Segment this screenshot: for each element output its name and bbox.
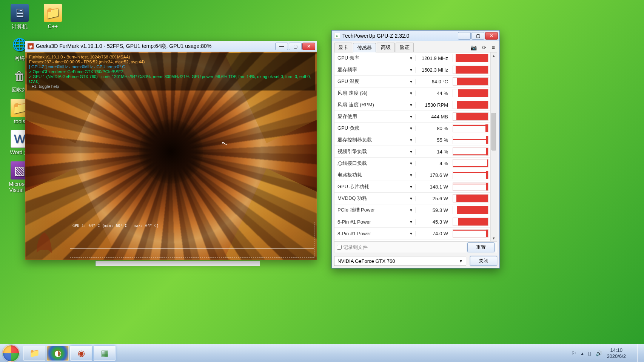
sensor-name[interactable]: GPU 负载▼ [334, 125, 415, 132]
tray-battery-icon[interactable]: ▯ [588, 350, 591, 356]
sensor-row: GPU 芯片功耗▼148.1 W [334, 181, 490, 193]
gpu-select-dropdown[interactable]: NVIDIA GeForce GTX 760 ▼ [334, 256, 466, 266]
log-to-file-checkbox[interactable] [337, 245, 342, 250]
sensor-name[interactable]: 风扇 速度 (%)▼ [334, 90, 415, 97]
maximize-button[interactable]: ▢ [289, 43, 302, 50]
gpuz-title: TechPowerUp GPU-Z 2.32.0 [342, 33, 458, 39]
sensor-name[interactable]: 显存频率▼ [334, 66, 415, 73]
chevron-down-icon[interactable]: ▼ [409, 138, 413, 142]
chevron-down-icon[interactable]: ▼ [409, 56, 413, 60]
taskbar-item-gpuz[interactable]: ▦ [94, 346, 116, 361]
scroll-thumb[interactable] [491, 113, 496, 150]
start-button[interactable] [2, 345, 20, 362]
sensor-row: 6-Pin #1 Power▼45.3 W [334, 216, 490, 228]
scrollbar[interactable]: ▲ ▼ [490, 52, 497, 241]
scroll-up-icon[interactable]: ▲ [491, 52, 497, 59]
chevron-down-icon[interactable]: ▼ [409, 126, 413, 130]
tab-advanced[interactable]: 高级 [377, 43, 395, 52]
tray-expand-icon[interactable]: ▴ [581, 350, 584, 356]
sensor-value: 1530 RPM [415, 102, 451, 108]
gpuz-window: G TechPowerUp GPU-Z 2.32.0 — ▢ ✕ 显卡 传感器 … [331, 30, 500, 268]
chevron-down-icon[interactable]: ▼ [409, 115, 413, 119]
close-app-button[interactable]: 关闭 [470, 256, 497, 266]
sensor-name[interactable]: GPU 芯片功耗▼ [334, 183, 415, 190]
chevron-down-icon[interactable]: ▼ [409, 173, 413, 177]
sensor-name[interactable]: 视频引擎负载▼ [334, 148, 415, 155]
sensor-name[interactable]: GPU 温度▼ [334, 78, 415, 85]
taskbar-item-explorer[interactable]: 📁 [23, 346, 45, 361]
reset-button[interactable]: 重置 [467, 242, 495, 252]
system-tray: ⚐ ▴ ▯ 🔊 14:10 2020/6/2 [572, 344, 642, 362]
sensor-row: 视频引擎负载▼14 % [334, 146, 490, 158]
scroll-down-icon[interactable]: ▼ [491, 235, 497, 241]
sensor-name[interactable]: GPU 频率▼ [334, 55, 415, 61]
sensor-row: GPU 温度▼64.0 °C [334, 76, 490, 87]
screenshot-icon[interactable]: 📷 [470, 44, 477, 51]
chevron-down-icon[interactable]: ▼ [409, 103, 413, 107]
chevron-down-icon[interactable]: ▼ [409, 80, 413, 84]
sensor-row: 显存控制器负载▼55 % [334, 134, 490, 146]
sensor-mini-chart [453, 183, 488, 191]
tab-validation[interactable]: 验证 [396, 43, 414, 52]
sensor-row: 显存使用▼444 MB [334, 111, 490, 123]
tray-volume-icon[interactable]: 🔊 [596, 350, 602, 356]
desktop-icons-col2: 📁C++ [38, 4, 68, 35]
sensor-name[interactable]: 电路板功耗▼ [334, 172, 415, 178]
sensor-value: 148.1 W [415, 184, 451, 190]
furmark-graph-label: GPU 1: 64° C (min: 60° C - max: 64° C) [72, 224, 159, 228]
chevron-down-icon[interactable]: ▼ [409, 150, 413, 154]
menu-icon[interactable]: ≡ [492, 44, 495, 51]
gpuz-titlebar[interactable]: G TechPowerUp GPU-Z 2.32.0 — ▢ ✕ [332, 31, 499, 41]
sensor-name[interactable]: 显存控制器负载▼ [334, 137, 415, 143]
sensor-name[interactable]: 8-Pin #1 Power▼ [334, 231, 415, 236]
maximize-button[interactable]: ▢ [471, 32, 484, 40]
chevron-down-icon[interactable]: ▼ [409, 196, 413, 201]
chevron-down-icon[interactable]: ▼ [409, 161, 413, 166]
chevron-down-icon[interactable]: ▼ [409, 232, 413, 236]
chevron-down-icon[interactable]: ▼ [409, 208, 413, 212]
close-button[interactable]: ✕ [302, 43, 315, 50]
desktop-icon-computer[interactable]: 🖥计算机 [5, 4, 35, 30]
minimize-button[interactable]: — [458, 32, 471, 40]
taskbar-item-browser[interactable]: ◐ [47, 346, 69, 361]
sensor-name[interactable]: MVDDQ 功耗▼ [334, 195, 415, 202]
sensor-value: 1201.9 MHz [415, 55, 451, 61]
tab-sensors[interactable]: 传感器 [353, 43, 376, 53]
sensor-mini-chart [453, 218, 488, 226]
sensor-mini-chart [453, 112, 488, 121]
close-button[interactable]: ✕ [485, 32, 498, 40]
furmark-titlebar[interactable]: ◉ Geeks3D FurMark v1.19.1.0 - 52FPS, GPU… [25, 41, 317, 52]
sensor-name[interactable]: 总线接口负载▼ [334, 160, 415, 167]
sensor-mini-chart [453, 206, 488, 214]
desktop-icon-cpp[interactable]: 📁C++ [38, 4, 68, 29]
sensor-name[interactable]: PCIe 插槽 Power▼ [334, 207, 415, 213]
sensor-mini-chart [453, 136, 488, 144]
sensor-name[interactable]: 风扇 速度 (RPM)▼ [334, 101, 415, 108]
sensor-value: 1502.3 MHz [415, 67, 451, 73]
tray-flag-icon[interactable]: ⚐ [572, 350, 576, 356]
chevron-down-icon[interactable]: ▼ [409, 91, 413, 95]
refresh-icon[interactable]: ⟳ [482, 44, 487, 51]
chevron-down-icon[interactable]: ▼ [409, 220, 413, 224]
log-to-file-label: 记录到文件 [343, 244, 368, 251]
tab-graphics-card[interactable]: 显卡 [334, 43, 352, 52]
sensor-name[interactable]: 显存使用▼ [334, 113, 415, 120]
minimize-button[interactable]: — [275, 43, 288, 50]
sensor-value: 25.6 W [415, 196, 451, 201]
show-desktop-button[interactable] [637, 344, 642, 362]
sensor-value: 55 % [415, 137, 451, 143]
taskbar-item-furmark[interactable]: ◉ [70, 346, 92, 361]
sensor-mini-chart [453, 147, 488, 156]
furmark-viewport[interactable]: FurMark v1.19.1.0 - Burn-in test, 1024x7… [25, 52, 317, 260]
taskbar-clock[interactable]: 14:10 2020/6/2 [607, 347, 626, 359]
sensor-name[interactable]: 6-Pin #1 Power▼ [334, 219, 415, 225]
furmark-stats-overlay: FurMark v1.19.1.0 - Burn-in test, 1024x7… [27, 53, 315, 90]
chevron-down-icon[interactable]: ▼ [409, 185, 413, 189]
sensor-row: PCIe 插槽 Power▼59.3 W [334, 204, 490, 216]
sensor-mini-chart [453, 54, 488, 62]
sensor-value: 64.0 °C [415, 79, 451, 84]
sensor-row: 显存频率▼1502.3 MHz [334, 64, 490, 76]
sensor-row: 8-Pin #1 Power▼74.0 W [334, 228, 490, 239]
chevron-down-icon[interactable]: ▼ [409, 68, 413, 72]
gpuz-tabs: 显卡 传感器 高级 验证 📷 ⟳ ≡ [334, 43, 497, 52]
